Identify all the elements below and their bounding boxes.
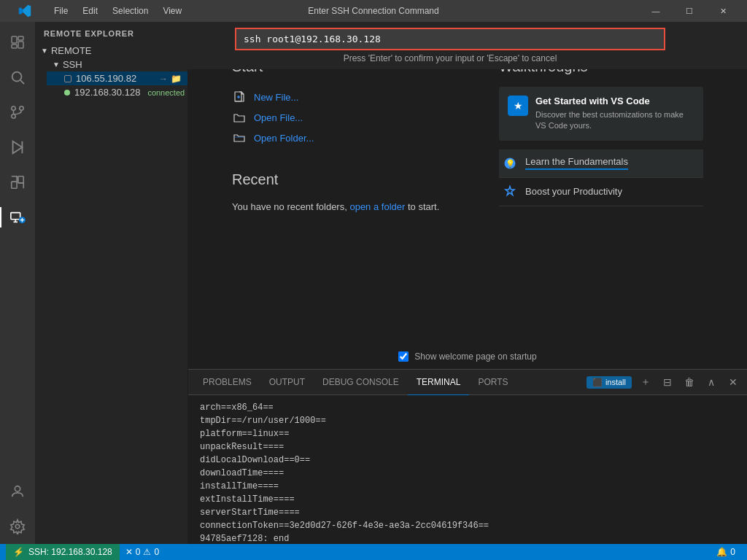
add-terminal-button[interactable]: ＋ xyxy=(638,374,654,390)
titlebar-menu[interactable]: File Edit Selection View xyxy=(48,4,187,18)
tab-problems[interactable]: PROBLEMS xyxy=(194,370,260,395)
ssh-label: SSH xyxy=(63,59,82,70)
menu-edit[interactable]: Edit xyxy=(77,4,104,18)
svg-line-5 xyxy=(20,80,24,84)
ssh-hostname-1: 192.168.30.128 xyxy=(74,87,140,98)
accounts-icon[interactable] xyxy=(0,474,35,509)
terminal-line-9: connectionToken==3e2d0d27-626f-4e3e-ae3a… xyxy=(200,519,735,532)
startup-checkbox-row: Show welcome page on startup xyxy=(188,344,747,369)
menu-selection[interactable]: Selection xyxy=(107,4,154,18)
menu-view[interactable]: View xyxy=(157,4,187,18)
split-terminal-button[interactable]: ⊟ xyxy=(659,374,676,390)
source-control-icon[interactable] xyxy=(0,95,35,130)
search-icon[interactable] xyxy=(0,60,35,95)
main-content: Start New File... xyxy=(188,22,747,544)
error-count-item[interactable]: ✕ 0 ⚠ 0 xyxy=(120,544,165,560)
ssh-hostname-0: 106.55.190.82 xyxy=(76,73,136,84)
maximize-panel-button[interactable]: ∧ xyxy=(703,374,719,390)
walkthrough-item-0[interactable]: 💡 Learn the Fundamentals xyxy=(499,149,703,178)
panel: PROBLEMS OUTPUT DEBUG CONSOLE TERMINAL P… xyxy=(188,369,747,544)
ssh-status-item[interactable]: ⚡ SSH: 192.168.30.128 xyxy=(6,544,120,560)
arrow-right-icon[interactable]: → xyxy=(159,74,168,84)
connected-dot xyxy=(64,90,70,96)
svg-point-20 xyxy=(15,486,20,491)
ssh-item-actions-0: → 📁 xyxy=(159,74,182,84)
svg-marker-10 xyxy=(13,141,23,154)
maximize-button[interactable]: ☐ xyxy=(673,0,706,22)
ssh-input-overlay: Press 'Enter' to confirm your input or '… xyxy=(153,22,747,69)
install-label: install xyxy=(605,378,626,386)
sidebar: REMOTE EXPLORER ▼ REMOTE ▼ SSH 106.55.19… xyxy=(35,22,188,544)
terminal-line-0: arch==x86_64== xyxy=(200,401,735,414)
ssh-status-label: SSH: 192.168.30.128 xyxy=(28,547,112,557)
open-folder-icon[interactable]: 📁 xyxy=(171,74,182,84)
bell-icon: 🔔 xyxy=(716,547,727,557)
svg-point-21 xyxy=(15,524,20,529)
remote-label: REMOTE xyxy=(51,45,92,56)
terminal-line-2: platform==linux== xyxy=(200,427,735,440)
tab-ports[interactable]: PORTS xyxy=(469,370,516,395)
svg-rect-2 xyxy=(18,42,23,48)
new-file-label: New File... xyxy=(254,92,298,103)
terminal-line-5: downloadTime==== xyxy=(200,467,735,480)
svg-rect-0 xyxy=(12,36,17,43)
new-file-item[interactable]: New File... xyxy=(232,87,455,107)
ssh-host-item-0[interactable]: 106.55.190.82 → 📁 xyxy=(47,71,187,85)
welcome-area: Start New File... xyxy=(188,22,747,344)
ssh-input-container xyxy=(235,28,665,50)
ssh-host-item-1[interactable]: 192.168.30.128 connected xyxy=(47,85,187,99)
svg-rect-14 xyxy=(11,213,20,219)
recent-section: Recent You have no recent folders, open … xyxy=(232,171,455,215)
panel-actions: ⬛ install ＋ ⊟ 🗑 ∧ ✕ xyxy=(587,374,741,390)
titlebar-controls[interactable]: ― ☐ ✕ xyxy=(639,0,740,22)
new-file-icon xyxy=(232,90,247,104)
chevron-down-icon: ▼ xyxy=(41,47,48,55)
featured-walkthrough[interactable]: ★ Get Started with VS Code Discover the … xyxy=(499,87,703,141)
install-button[interactable]: ⬛ install xyxy=(587,376,632,389)
chevron-down-icon-ssh: ▼ xyxy=(53,61,60,69)
tab-debug-console[interactable]: DEBUG CONSOLE xyxy=(314,370,408,395)
activity-bar xyxy=(0,22,35,544)
notification-item[interactable]: 🔔 0 xyxy=(711,544,741,560)
error-count: 0 xyxy=(136,547,141,557)
terminal-line-4: didLocalDownload==0== xyxy=(200,454,735,467)
notification-count: 0 xyxy=(730,547,735,557)
walkthrough-item-1[interactable]: Boost your Productivity xyxy=(499,178,703,206)
recent-text: You have no recent folders, open a folde… xyxy=(232,200,455,215)
close-panel-button[interactable]: ✕ xyxy=(725,374,741,390)
terminal-line-8: serverStartTime==== xyxy=(200,506,735,519)
terminal-line-6: installTime==== xyxy=(200,480,735,493)
svg-rect-1 xyxy=(18,36,23,40)
recent-title: Recent xyxy=(232,171,455,188)
menu-file[interactable]: File xyxy=(48,4,74,18)
open-folder-link[interactable]: open a folder xyxy=(349,201,405,212)
open-folder-label: Open Folder... xyxy=(254,133,314,144)
boost-productivity-label: Boost your Productivity xyxy=(525,186,622,197)
remote-explorer-icon[interactable] xyxy=(0,200,35,235)
learn-fundamentals-label: Learn the Fundamentals xyxy=(525,156,628,170)
tab-terminal[interactable]: TERMINAL xyxy=(408,370,470,395)
error-icon: ✕ xyxy=(125,547,133,557)
svg-rect-3 xyxy=(12,44,17,48)
tab-output[interactable]: OUTPUT xyxy=(260,370,314,395)
terminal-content[interactable]: arch==x86_64== tmpDir==/run/user/1000== … xyxy=(188,395,747,544)
open-folder-item[interactable]: Open Folder... xyxy=(232,128,455,148)
disconnected-icon xyxy=(64,75,71,82)
svg-rect-13 xyxy=(18,176,23,183)
open-file-item[interactable]: Open File... xyxy=(232,107,455,128)
kill-terminal-button[interactable]: 🗑 xyxy=(681,374,697,390)
run-icon[interactable] xyxy=(0,130,35,165)
extensions-icon[interactable] xyxy=(0,165,35,200)
featured-star-icon: ★ xyxy=(508,96,528,116)
open-folder-icon xyxy=(232,131,247,145)
open-file-icon xyxy=(232,110,247,125)
ssh-command-input[interactable] xyxy=(236,29,664,49)
panel-tabs: PROBLEMS OUTPUT DEBUG CONSOLE TERMINAL P… xyxy=(188,370,747,395)
close-button[interactable]: ✕ xyxy=(706,0,740,22)
explorer-icon[interactable] xyxy=(0,25,35,60)
terminal-icon: ⬛ xyxy=(592,378,603,387)
terminal-line-3: unpackResult==== xyxy=(200,440,735,454)
minimize-button[interactable]: ― xyxy=(639,0,673,22)
startup-checkbox[interactable] xyxy=(398,351,409,362)
settings-icon[interactable] xyxy=(0,509,35,544)
